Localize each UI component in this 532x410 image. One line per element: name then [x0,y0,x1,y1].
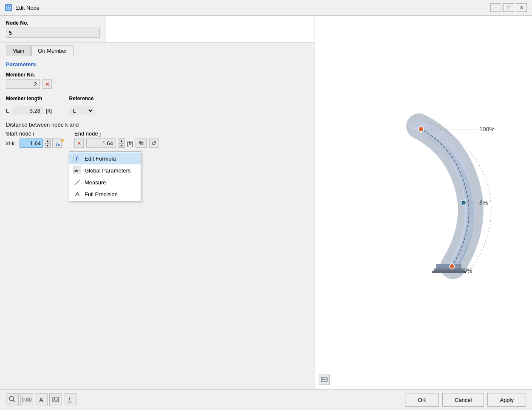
main-content: Node No. 5 Main On Member Parameters Mem… [0,16,532,389]
end-node-label: End node j [74,130,158,137]
reset-btn[interactable]: ↺ [149,139,158,148]
length-input-row: L [ft] [6,106,52,115]
global-params-label: Global Parameters [85,167,130,174]
crosshair-end-icon: ✕ [77,141,81,146]
window-title: Edit Node [15,5,487,11]
node-section-container: Node No. 5 [0,16,314,42]
dropdown-item-edit-formula[interactable]: fx Edit Formula [69,153,141,164]
formula-toolbar-btn[interactable]: fx [64,393,76,406]
text-toolbar-btn[interactable]: A [35,393,48,406]
member-length-col: Member length L [ft] [6,96,52,115]
ok-button[interactable]: OK [405,393,439,407]
ab-menu-icon: ab= [74,167,81,174]
svg-line-5 [77,192,79,196]
xi-k-label: xi-k [6,140,18,147]
start-node-col: Start node i xi-k ▲ ▼ fx [6,130,62,148]
number-icon: 0.00 [22,397,31,403]
tab-main[interactable]: Main [6,45,31,56]
image-icon [52,396,59,404]
tab-on-member[interactable]: On Member [31,45,74,56]
node-no-area: Node No. 5 [0,16,106,42]
edit-formula-label: Edit Formula [85,156,116,162]
member-length-reference-row: Member length L [ft] Reference L x y [6,96,308,115]
svg-rect-9 [432,271,466,273]
xi-k-input[interactable] [20,139,43,148]
diagram-icon-btn[interactable] [319,374,330,385]
maximize-button[interactable]: □ [503,3,514,12]
percent-icon: % [139,140,144,146]
text-icon: A [39,396,43,403]
diagram-area: 100% δ% P 0% [314,16,532,389]
dropdown-item-global-params[interactable]: ab= Global Parameters [69,164,141,176]
cancel-button[interactable]: Cancel [442,393,484,407]
member-no-input[interactable] [6,79,40,89]
member-length-unit: [ft] [46,107,52,114]
toolbar-left: 0.00 A fx [6,393,76,406]
end-node-unit: [ft] [127,140,133,147]
apply-button[interactable]: Apply [487,393,526,407]
number-toolbar-btn[interactable]: 0.00 [20,393,33,406]
right-panel: 100% δ% P 0% [314,16,532,389]
crosshair-icon: ✕ [45,81,50,88]
svg-text:P: P [461,200,465,206]
end-node-stepper[interactable]: ▲ ▼ [119,139,125,148]
member-diagram: 100% δ% P 0% [342,113,504,292]
reference-label: Reference [69,96,94,102]
end-node-col: End node j ✕ ▲ ▼ [ft] [74,130,158,148]
image-toolbar-btn[interactable] [49,393,62,406]
end-node-input[interactable] [86,139,116,148]
xi-row: xi-k ▲ ▼ fx ✦ [6,139,62,148]
svg-rect-25 [53,397,59,402]
node-no-label: Node No. [6,20,100,26]
bottom-icon-area [319,374,330,385]
percent-btn[interactable]: % [136,139,147,148]
minimize-button[interactable]: − [490,3,501,12]
cursor-star: ✦ [59,137,65,144]
formula-icon: fx [68,396,72,404]
reference-col: Reference L x y [69,96,94,115]
tab-on-member-label: On Member [38,48,67,54]
app-icon [5,4,12,11]
member-length-input[interactable] [14,106,43,115]
dropdown-item-measure[interactable]: Measure [69,176,141,188]
end-node-action-btn[interactable]: ✕ [74,139,84,148]
toolbar-right: OK Cancel Apply [405,393,526,407]
params-section: Parameters Member No. ✕ Member length L … [0,56,314,389]
node-preview-area [106,16,314,42]
window-controls: − □ ✕ [490,3,527,12]
reference-select[interactable]: L x y [69,106,94,115]
search-toolbar-btn[interactable] [6,393,19,406]
start-node-label: Start node i [6,130,62,137]
svg-text:δ%: δ% [479,200,488,206]
search-icon [8,396,16,404]
formula-button[interactable]: fx ✦ [52,139,62,148]
svg-line-24 [13,400,15,402]
precision-menu-icon [74,190,81,198]
member-length-label: Member length [6,96,52,102]
fx-menu-icon: fx [74,155,81,162]
end-node-decrement-btn[interactable]: ▼ [119,143,125,148]
close-button[interactable]: ✕ [516,3,527,12]
node-no-input[interactable]: 5 [6,28,100,38]
distance-label: Distance between node k and [6,122,308,128]
xi-stepper[interactable]: ▲ ▼ [45,139,51,148]
xi-decrement-btn[interactable]: ▼ [45,143,51,148]
nodes-row: Start node i xi-k ▲ ▼ fx [6,130,308,148]
svg-text:0%: 0% [464,267,472,274]
dropdown-item-full-precision[interactable]: Full Precision [69,188,141,200]
member-no-action-btn[interactable]: ✕ [42,79,52,89]
member-no-label: Member No. [6,72,308,78]
left-panel: Node No. 5 Main On Member Parameters Mem… [0,16,314,389]
xi-increment-btn[interactable]: ▲ [45,139,51,143]
end-node-row: ✕ ▲ ▼ [ft] % ↺ [74,139,158,148]
distance-section: Distance between node k and Start node i… [6,122,308,148]
ruler-menu-icon [74,178,81,186]
svg-point-23 [9,396,14,401]
tab-main-label: Main [12,48,24,54]
svg-line-4 [75,192,77,196]
svg-text:100%: 100% [479,126,495,133]
dropdown-menu: fx Edit Formula ab= Global Parameters [69,151,141,201]
svg-point-21 [322,379,324,380]
end-node-increment-btn[interactable]: ▲ [119,139,125,143]
reset-icon: ↺ [151,140,156,147]
